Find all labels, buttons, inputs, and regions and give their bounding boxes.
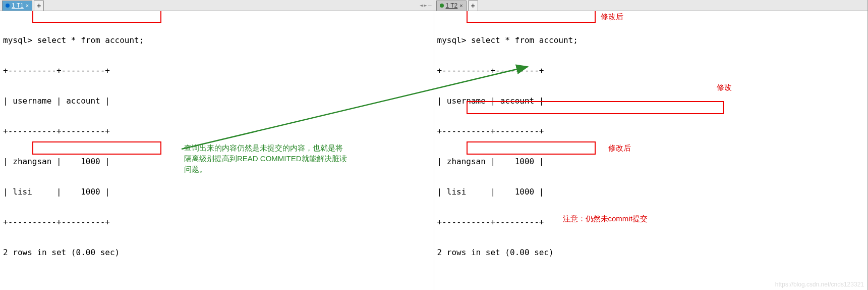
table-divider: +----------+---------+ [3, 66, 431, 76]
watermark: https://blog.csdn.net/cnds123321 [775, 281, 864, 288]
table-divider: +----------+---------+ [437, 217, 865, 227]
left-terminal[interactable]: mysql> select * from account; +---------… [0, 11, 434, 290]
prev-tab-icon[interactable]: ◄ [420, 2, 423, 9]
right-tabbar: 1 T2 × + [434, 0, 868, 11]
table-header: | username | account | [437, 96, 865, 106]
highlight-box [467, 11, 596, 23]
table-row: | lisi | 1000 | [437, 187, 865, 197]
table-row: | lisi | 1000 | [3, 187, 431, 197]
highlight-box [32, 141, 161, 155]
next-tab-icon[interactable]: ► [424, 2, 427, 9]
annotation-red: 修改后 [601, 12, 623, 22]
query-text: select * from account; [471, 35, 578, 45]
table-divider: +----------+---------+ [3, 217, 431, 227]
prompt: mysql> [3, 35, 32, 45]
new-tab-button[interactable]: + [34, 1, 44, 11]
highlight-box [467, 141, 596, 155]
result-footer: 2 rows in set (0.00 sec) [437, 248, 865, 258]
close-icon[interactable]: × [26, 3, 29, 9]
tab-label: 1 T1 [12, 2, 24, 9]
tab-t1[interactable]: 1 T1 × [2, 1, 32, 11]
table-divider: +----------+---------+ [437, 126, 865, 136]
query-text: select * from account; [37, 35, 144, 45]
minimize-icon[interactable]: – [428, 2, 432, 9]
right-pane: 1 T2 × + mysql> select * from account; +… [434, 0, 869, 290]
annotation-red: 修改后 [608, 143, 631, 153]
table-row: | zhangsan | 1000 | [437, 157, 865, 167]
left-pane: 1 T1 × + ◄ ► – mysql> select * from acco… [0, 0, 434, 290]
left-tabbar: 1 T1 × + ◄ ► – [0, 0, 434, 11]
table-divider: +----------+---------+ [3, 126, 431, 136]
table-divider: +----------+---------+ [437, 66, 865, 76]
annotation-green: 查询出来的内容仍然是未提交的内容，也就是将 隔离级别提高到READ COMMIT… [184, 142, 347, 174]
nav-arrows: ◄ ► – [420, 2, 432, 9]
annotation-red: 注意：仍然未commit提交 [563, 214, 648, 224]
right-terminal[interactable]: mysql> select * from account; +---------… [434, 11, 868, 290]
highlight-box [32, 11, 161, 23]
tab-label: 1 T2 [446, 2, 458, 9]
table-header: | username | account | [3, 96, 431, 106]
tab-dot-icon [440, 4, 444, 8]
tab-t2[interactable]: 1 T2 × [436, 1, 467, 11]
annotation-red: 修改 [717, 83, 732, 92]
result-footer: 2 rows in set (0.00 sec) [3, 248, 431, 258]
close-icon[interactable]: × [459, 3, 462, 9]
prompt: mysql> [437, 35, 467, 45]
tab-dot-icon [6, 4, 10, 8]
new-tab-button[interactable]: + [468, 1, 478, 11]
